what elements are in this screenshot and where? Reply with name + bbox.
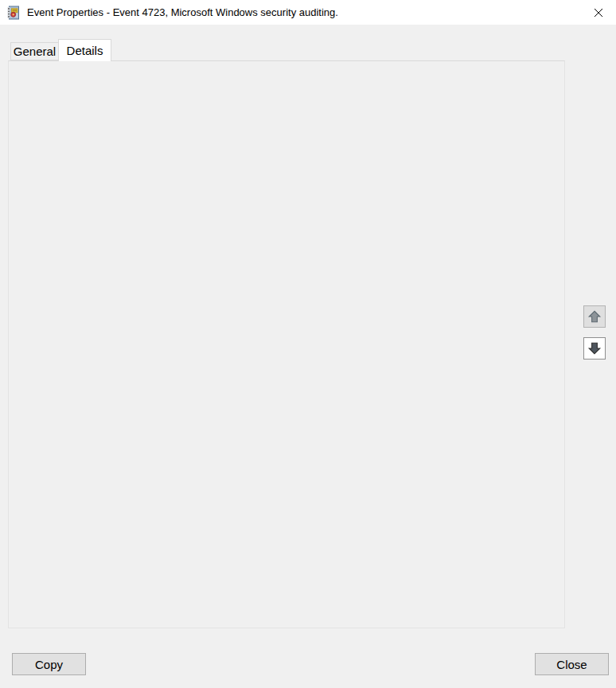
tab-details-label: Details <box>67 44 103 57</box>
arrow-down-icon <box>587 341 602 356</box>
close-dialog-button[interactable]: Close <box>535 653 609 675</box>
close-icon <box>594 8 603 17</box>
close-button[interactable] <box>580 0 616 25</box>
previous-event-button[interactable] <box>583 305 606 328</box>
details-tab-panel <box>8 60 565 628</box>
tab-general-label: General <box>14 45 56 58</box>
window-title: Event Properties - Event 4723, Microsoft… <box>27 6 338 18</box>
event-viewer-icon <box>6 6 21 20</box>
tab-general[interactable]: General <box>10 42 58 60</box>
copy-button[interactable]: Copy <box>12 653 86 675</box>
next-event-button[interactable] <box>583 337 606 360</box>
titlebar: Event Properties - Event 4723, Microsoft… <box>0 0 616 25</box>
tab-details[interactable]: Details <box>58 39 111 61</box>
arrow-up-icon <box>587 309 602 324</box>
event-properties-dialog: { "window": { "title": "Event Properties… <box>0 0 616 688</box>
